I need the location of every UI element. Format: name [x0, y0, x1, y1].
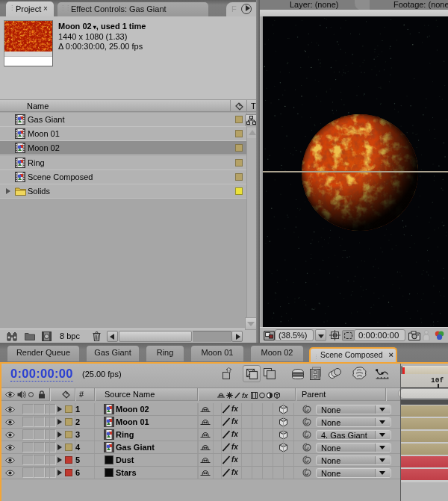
svg-text:fx: fx: [242, 392, 249, 399]
